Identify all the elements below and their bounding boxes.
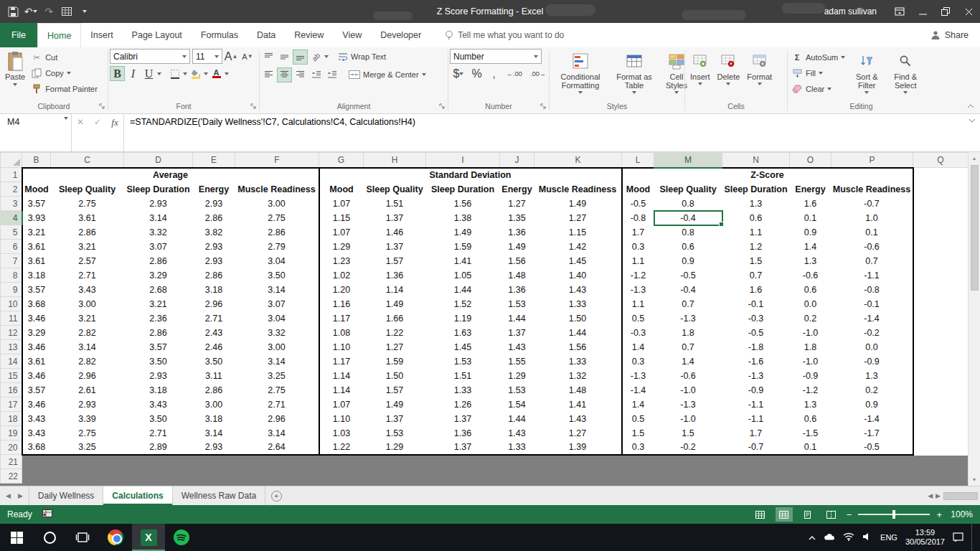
cell-H6[interactable]: 1.37 (364, 240, 426, 254)
font-name-select[interactable]: Calibri (110, 49, 190, 64)
cell-L6[interactable]: 0.3 (622, 240, 654, 254)
cell-L4[interactable]: -0.8 (622, 211, 654, 225)
cell-J7[interactable]: 1.56 (500, 254, 534, 268)
scroll-up-arrow[interactable]: ▲ (969, 152, 980, 164)
cell-E3[interactable]: 2.93 (193, 197, 235, 211)
expand-formula-bar-button[interactable] (964, 114, 980, 151)
cell-F20[interactable]: 2.64 (235, 441, 319, 455)
cell-I12[interactable]: 1.63 (426, 326, 500, 340)
cell-K11[interactable]: 1.50 (534, 311, 622, 326)
cell-H5[interactable]: 1.46 (364, 225, 426, 240)
cell-P8[interactable]: -1.1 (831, 268, 913, 283)
taskbar-clock[interactable]: 13:59 30/05/2017 (905, 528, 945, 547)
find-select-button[interactable]: Find & Select (886, 49, 925, 95)
cell-H2[interactable]: Sleep Quality (364, 182, 426, 197)
column-header-E[interactable]: E (193, 153, 235, 168)
cell-D2[interactable]: Sleep Duration (124, 182, 193, 197)
zoom-in-button[interactable]: + (936, 509, 942, 520)
column-header-B[interactable]: B (22, 153, 51, 168)
cell-Q5[interactable] (913, 225, 969, 240)
cell-O9[interactable]: 0.6 (790, 283, 831, 297)
cell-G19[interactable]: 1.03 (319, 426, 364, 441)
sheet-tab-calculations[interactable]: Calculations (103, 486, 172, 505)
row-header-11[interactable]: 11 (1, 311, 22, 326)
cell-I14[interactable]: 1.53 (426, 354, 500, 369)
close-button[interactable] (957, 0, 980, 23)
cell-B2[interactable]: Mood (22, 182, 51, 197)
row-header-10[interactable]: 10 (1, 297, 22, 311)
cell-N20[interactable]: -0.7 (722, 441, 790, 455)
sheet-scroll-left-arrow[interactable]: ◀ (6, 492, 11, 499)
ribbon-tab-data[interactable]: Data (248, 23, 285, 47)
cell-F16[interactable]: 2.75 (235, 383, 319, 397)
cell-O20[interactable]: 0.1 (790, 441, 831, 455)
cell-O10[interactable]: 0.0 (790, 297, 831, 311)
cell-N6[interactable]: 1.2 (722, 240, 790, 254)
fill-dropdown-arrow[interactable] (819, 72, 823, 75)
cell-M15[interactable]: -0.6 (654, 369, 722, 383)
cell-M20[interactable]: -0.2 (654, 441, 722, 455)
undo-dropdown-arrow[interactable] (33, 10, 37, 13)
insert-function-button[interactable]: fx (106, 117, 123, 128)
bold-button[interactable]: B (110, 66, 125, 81)
cell-I16[interactable]: 1.33 (426, 383, 500, 397)
copy-dropdown-arrow[interactable] (67, 72, 71, 75)
cell-N9[interactable]: 1.6 (722, 283, 790, 297)
cell-B7[interactable]: 3.61 (22, 254, 51, 268)
sheet-tab-wellness-raw-data[interactable]: Wellness Raw Data (173, 486, 265, 505)
cell-N14[interactable]: -1.6 (722, 354, 790, 369)
column-header-N[interactable]: N (722, 153, 790, 168)
cell-D8[interactable]: 3.29 (124, 268, 193, 283)
cell-L10[interactable]: 1.1 (622, 297, 654, 311)
column-header-Q[interactable]: Q (913, 153, 969, 168)
cell-L9[interactable]: -1.3 (622, 283, 654, 297)
cell-O7[interactable]: 1.3 (790, 254, 831, 268)
cell-F4[interactable]: 2.75 (235, 211, 319, 225)
scroll-left-arrow[interactable]: ◀ (928, 492, 933, 499)
column-header-L[interactable]: L (622, 153, 654, 168)
cell-G3[interactable]: 1.07 (319, 197, 364, 211)
cell-B16[interactable]: 3.57 (22, 383, 51, 397)
orientation-button[interactable]: ab (308, 50, 324, 65)
cell-F14[interactable]: 3.14 (235, 354, 319, 369)
row-header-22[interactable]: 22 (1, 469, 22, 484)
cell-J20[interactable]: 1.33 (500, 441, 534, 455)
cell-N10[interactable]: -0.1 (722, 297, 790, 311)
cell-J14[interactable]: 1.55 (500, 354, 534, 369)
cell-O2[interactable]: Energy (790, 182, 831, 197)
cell-Q14[interactable] (913, 354, 969, 369)
cell-G15[interactable]: 1.14 (319, 369, 364, 383)
cell-B9[interactable]: 3.57 (22, 283, 51, 297)
cell-D4[interactable]: 3.14 (124, 211, 193, 225)
paste-button[interactable]: Paste (1, 49, 29, 87)
cell-Q8[interactable] (913, 268, 969, 283)
share-button[interactable]: Share (930, 23, 980, 47)
cell-B12[interactable]: 3.29 (22, 326, 51, 340)
cell-J13[interactable]: 1.43 (500, 340, 534, 354)
cell-K3[interactable]: 1.49 (534, 197, 622, 211)
cell-P18[interactable]: -1.4 (831, 412, 913, 426)
zoom-level[interactable]: 100% (948, 509, 973, 519)
cell-J16[interactable]: 1.53 (500, 383, 534, 397)
cell-E4[interactable]: 2.86 (193, 211, 235, 225)
cell-I17[interactable]: 1.26 (426, 397, 500, 412)
cell-B19[interactable]: 3.43 (22, 426, 51, 441)
cell-L3[interactable]: -0.5 (622, 197, 654, 211)
cell-P6[interactable]: -0.6 (831, 240, 913, 254)
column-header-P[interactable]: P (831, 153, 913, 168)
column-header-I[interactable]: I (426, 153, 500, 168)
cell-K9[interactable]: 1.43 (534, 283, 622, 297)
ribbon-tab-insert[interactable]: Insert (81, 23, 122, 47)
cell-H14[interactable]: 1.59 (364, 354, 426, 369)
row-header-4[interactable]: 4 (1, 211, 22, 225)
cell-O16[interactable]: -1.2 (790, 383, 831, 397)
cell-C20[interactable]: 3.25 (51, 441, 124, 455)
cell-B11[interactable]: 3.46 (22, 311, 51, 326)
cell-H4[interactable]: 1.37 (364, 211, 426, 225)
cell-N3[interactable]: 1.3 (722, 197, 790, 211)
cell-D5[interactable]: 3.32 (124, 225, 193, 240)
cell-E10[interactable]: 2.96 (193, 297, 235, 311)
cell-C16[interactable]: 2.61 (51, 383, 124, 397)
cell-B4[interactable]: 3.93 (22, 211, 51, 225)
cell-E15[interactable]: 3.11 (193, 369, 235, 383)
